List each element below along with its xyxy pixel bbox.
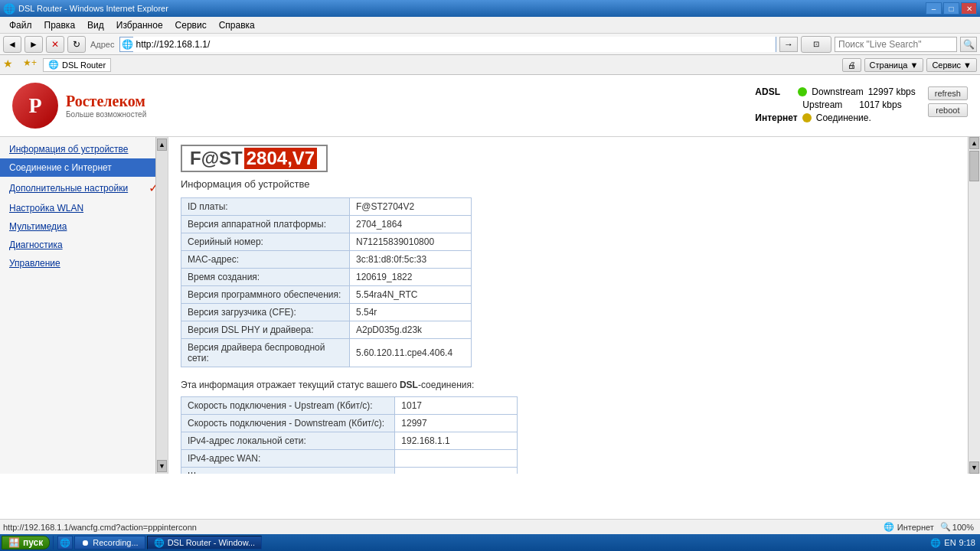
sidebar-scrollbar[interactable]: ▲ ▼ <box>155 137 168 474</box>
logo-letter: Р <box>28 93 41 118</box>
refresh-button-panel[interactable]: refresh <box>928 86 968 100</box>
systray: 🌐 EN 9:18 <box>927 538 978 548</box>
zoom-indicator: 🔍 100% <box>940 522 974 532</box>
title-bar: 🌐 DSL Router - Windows Internet Explorer… <box>0 0 980 17</box>
service-button[interactable]: Сервис ▼ <box>926 58 977 72</box>
conn-value <box>395 468 518 474</box>
table-row: MAC-адрес: 3c:81:d8:0f:5c:33 <box>181 251 472 269</box>
device-page-title: Информация об устройстве <box>181 178 968 190</box>
sidebar-scroll-up[interactable]: ▲ <box>157 139 167 151</box>
table-cell-value: 120619_1822 <box>350 269 472 286</box>
table-row: Серийный номер: N71215839010800 <box>181 233 472 251</box>
content-area: F@ST 2804,V7 Информация об устройстве ID… <box>168 137 980 474</box>
status-bar-right: 🌐 Интернет 🔍 100% <box>884 522 974 532</box>
search-button[interactable]: 🔍 <box>960 37 977 52</box>
refresh-button[interactable]: ↻ <box>67 36 86 53</box>
table-row: Версия загрузчика (CFE): 5.54r <box>181 304 472 321</box>
tab-dsl-router[interactable]: 🌐 DSL Router <box>43 58 111 72</box>
conn-table-row: IPv4-адрес WAN: <box>181 450 518 468</box>
taskbar-dsl-router[interactable]: 🌐 DSL Router - Window... <box>147 536 263 549</box>
menu-edit[interactable]: Правка <box>38 18 82 32</box>
back-button[interactable]: ◄ <box>3 36 21 53</box>
stop-button[interactable]: ✕ <box>46 36 64 53</box>
device-info-table: ID платы: F@ST2704V2 Версия аппаратной п… <box>181 197 472 367</box>
start-label: пуск <box>23 537 43 548</box>
table-cell-label: Время создания: <box>181 269 350 286</box>
zone-indicator: 🌐 Интернет <box>884 522 934 532</box>
content-scrollbar[interactable]: ▲ ▼ <box>968 137 980 474</box>
sidebar-item-diag[interactable]: Диагностика <box>0 236 168 254</box>
favorites-toolbar: ★ ★+ 🌐 DSL Router 🖨 Страница ▼ Сервис ▼ <box>0 55 980 75</box>
clock: 9:18 <box>959 538 975 547</box>
sidebar-item-internet[interactable]: Соединение с Интернет <box>0 158 168 177</box>
compat-button[interactable]: ⊡ <box>801 36 831 53</box>
brand-name: Ростелеком <box>66 93 146 110</box>
status-url: http://192.168.1.1/wancfg.cmd?action=ppp… <box>3 523 884 532</box>
conn-label: IPv4-адрес WAN: <box>181 450 395 468</box>
sidebar-item-advanced[interactable]: Дополнительные настройки✓ <box>0 177 168 199</box>
table-row: Версия программного обеспечения: 5.54ra4… <box>181 286 472 304</box>
add-favorites[interactable]: ★+ <box>23 57 40 73</box>
scroll-up-button[interactable]: ▲ <box>969 137 979 149</box>
minimize-button[interactable]: – <box>926 2 942 15</box>
conn-value <box>395 450 518 468</box>
search-input[interactable] <box>835 37 957 52</box>
address-icon: 🌐 <box>122 39 133 50</box>
model-prefix: F@ST <box>190 148 243 169</box>
reboot-button-panel[interactable]: reboot <box>928 103 968 117</box>
device-model-box: F@ST 2804,V7 <box>181 145 328 172</box>
taskbar-recording[interactable]: ⏺ Recording... <box>74 536 145 549</box>
dsl-bold: DSL <box>400 380 418 390</box>
table-row: Время создания: 120619_1822 <box>181 269 472 286</box>
conn-label: Шлюз по умолчанию: <box>181 468 395 474</box>
table-cell-label: Серийный номер: <box>181 233 350 251</box>
sidebar-item-media[interactable]: Мультимедиа <box>0 217 168 236</box>
favorites-star[interactable]: ★ <box>3 57 20 73</box>
zone-label: Интернет <box>897 523 934 532</box>
menu-favorites[interactable]: Избранное <box>110 18 169 32</box>
toolbar-right: 🖨 Страница ▼ Сервис ▼ <box>842 58 977 72</box>
sidebar-item-info[interactable]: Информация об устройстве <box>0 140 168 158</box>
start-button[interactable]: 🪟 пуск <box>2 536 50 549</box>
close-button[interactable]: ✕ <box>961 2 977 15</box>
address-field-wrap: 🌐 <box>119 37 777 52</box>
scroll-thumb[interactable] <box>969 151 979 181</box>
address-input[interactable] <box>133 37 776 52</box>
adsl-status-row: ADSL Downstream 12997 kbps <box>755 86 915 97</box>
print-button[interactable]: 🖨 <box>842 58 861 72</box>
go-button[interactable]: → <box>779 37 798 52</box>
tab-label: DSL Router <box>62 60 106 70</box>
recording-icon: ⏺ <box>81 538 90 547</box>
sidebar-item-wlan[interactable]: Настройка WLAN <box>0 199 168 217</box>
maximize-button[interactable]: □ <box>943 2 959 15</box>
sidebar-item-mgmt[interactable]: Управление <box>0 254 168 272</box>
table-cell-label: MAC-адрес: <box>181 251 350 269</box>
sidebar-scroll-down[interactable]: ▼ <box>157 460 167 472</box>
scroll-down-button[interactable]: ▼ <box>969 461 979 474</box>
menu-view[interactable]: Вид <box>81 18 110 32</box>
table-cell-label: ID платы: <box>181 198 350 216</box>
conn-value: 12997 <box>395 415 518 432</box>
ie-taskbar-icon: 🌐 <box>60 538 70 548</box>
table-cell-label: Версия программного обеспечения: <box>181 286 350 304</box>
tab-icon: 🌐 <box>48 60 59 70</box>
sidebar: Информация об устройстве Соединение с Ин… <box>0 137 168 474</box>
conn-label: IPv4-адрес локальной сети: <box>181 432 395 450</box>
taskbar: 🪟 пуск 🌐 ⏺ Recording... 🌐 DSL Router - W… <box>0 534 980 551</box>
table-row: ID платы: F@ST2704V2 <box>181 198 472 216</box>
upstream-value: 1017 kbps <box>859 99 901 110</box>
table-cell-value: A2pD035g.d23k <box>350 321 472 339</box>
menu-file[interactable]: Файл <box>3 18 38 32</box>
menu-help[interactable]: Справка <box>213 18 261 32</box>
taskbar-divider <box>53 536 54 549</box>
forward-button[interactable]: ► <box>24 36 43 53</box>
upstream-status-row: Upstream 1017 kbps <box>802 99 915 110</box>
menu-service[interactable]: Сервис <box>169 18 213 32</box>
upstream-label: Upstream <box>802 99 854 110</box>
conn-value: 192.168.1.1 <box>395 432 518 450</box>
internet-status-row: Интернет Соединение. <box>755 112 915 123</box>
window-title: DSL Router - Windows Internet Explorer <box>18 4 926 13</box>
page-button[interactable]: Страница ▼ <box>864 58 924 72</box>
network-icon: 🌐 <box>930 538 941 548</box>
globe-icon: 🌐 <box>884 522 894 532</box>
